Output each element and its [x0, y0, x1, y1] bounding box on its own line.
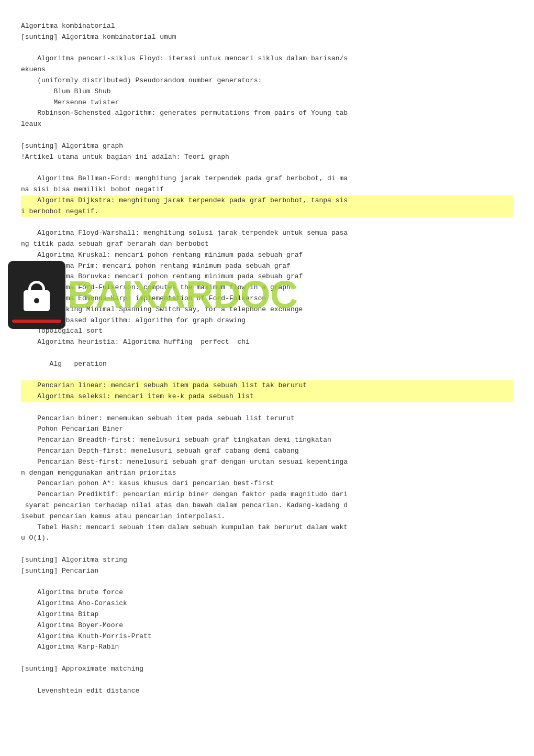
highlight-dijkstra: Algoritma Dijkstra: menghitung jarak ter… [21, 195, 513, 217]
text-content: Algoritma kombinatorial [sunting] Algori… [21, 21, 513, 696]
highlight-linear: Pencarian linear: mencari sebuah item pa… [21, 380, 513, 402]
line-floyd: Algoritma Floyd-Warshall: menghitung sol… [21, 229, 348, 368]
line-biner: Pencarian biner: menemukan sebuah item p… [21, 414, 348, 695]
main-content: Algoritma kombinatorial [sunting] Algori… [0, 0, 534, 717]
line-1: Algoritma kombinatorial [sunting] Algori… [21, 22, 348, 193]
